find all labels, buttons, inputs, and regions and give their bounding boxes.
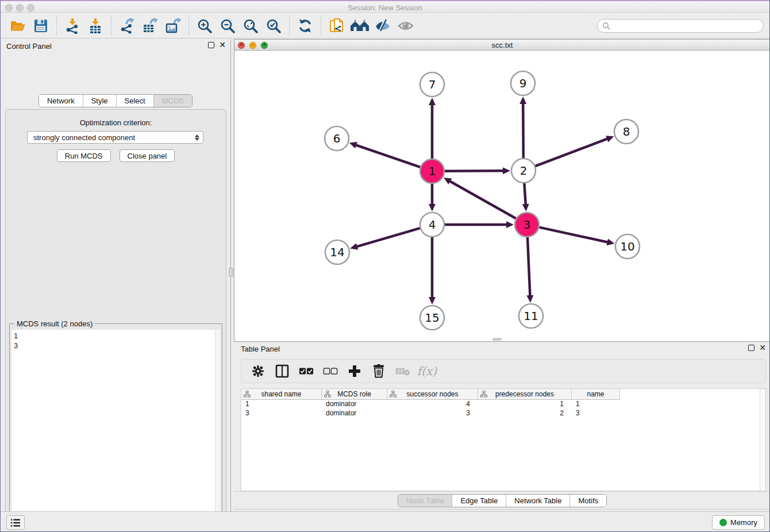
tab-style[interactable]: Style [83,95,117,107]
search-field[interactable] [597,19,764,33]
cell-name[interactable]: 1 [572,400,620,409]
close-panel-icon[interactable]: ✕ [219,42,226,48]
edge-3-10[interactable] [539,228,609,243]
tab-mcds[interactable]: MCDS [154,95,192,107]
add-column-icon[interactable] [347,364,362,379]
import-network-icon[interactable] [63,16,82,36]
run-mcds-button[interactable]: Run MCDS [57,149,111,162]
arrowhead-1-4 [429,204,436,211]
node-label-8: 8 [623,125,630,138]
tab-select[interactable]: Select [117,95,154,107]
optimization-criterion-select[interactable]: strongly connected component [27,131,203,144]
edge-4-14[interactable] [355,228,420,247]
column-header-shared-name[interactable]: shared name [241,389,322,400]
cell-MCDS-role[interactable]: dominator [322,400,387,409]
home-icon[interactable] [350,16,369,36]
zoom-out-icon[interactable] [218,16,237,36]
toolbar-separator [321,16,321,36]
select-all-checkboxes-icon[interactable] [299,364,314,379]
arrowhead-4-3 [506,221,514,228]
cell-shared-name[interactable]: 3 [241,409,322,418]
table-float-icon[interactable] [748,345,754,351]
toolbar-separator [56,16,57,36]
main-toolbar [1,13,769,38]
cell-predecessor-nodes[interactable]: 1 [478,400,572,409]
edge-2-3[interactable] [524,183,526,206]
table-panel-title: Table Panel [241,345,280,353]
duplicate-network-icon[interactable] [327,16,346,36]
memory-button[interactable]: Memory [712,515,765,530]
save-session-icon[interactable] [31,16,51,36]
cell-successor-nodes[interactable]: 4 [387,400,478,409]
arrowhead-3-10 [607,238,615,245]
hide-selected-icon[interactable] [373,16,392,36]
cell-MCDS-role[interactable]: dominator [322,409,387,418]
network-canvas[interactable]: 7968124314101511 [234,51,770,341]
cell-predecessor-nodes[interactable]: 2 [478,409,572,418]
canvas-hscroll-thumb[interactable] [492,338,502,341]
mcds-result-box: MCDS result (2 nodes) 1 3 [9,323,222,532]
toolbar-separator [111,16,111,36]
application-window: Session: New Session [0,0,770,532]
node-label-4: 4 [429,218,436,232]
delete-column-icon[interactable] [371,364,386,379]
zoom-fit-icon[interactable] [241,16,260,36]
zoom-selected-icon[interactable] [264,16,283,36]
edge-1-6[interactable] [354,144,420,167]
cell-shared-name[interactable]: 1 [241,400,322,409]
table-scrollbar[interactable] [760,389,765,491]
edge-2-9[interactable] [523,102,523,158]
mcds-result-text[interactable]: 1 3 [11,330,220,532]
arrowhead-2-9 [519,97,526,104]
arrowhead-1-6 [349,142,357,148]
zoom-in-icon[interactable] [195,16,214,36]
toolbar-separator [289,16,290,36]
cell-successor-nodes[interactable]: 3 [387,409,478,418]
optimization-criterion-value: strongly connected component [33,133,195,142]
node-label-10: 10 [620,240,634,253]
table-row[interactable]: 3dominator323 [241,409,765,418]
refresh-icon[interactable] [295,16,315,36]
close-panel-button[interactable]: Close panel [120,149,175,162]
node-label-7: 7 [429,78,436,91]
panel-splitter-handle[interactable] [229,268,233,277]
edge-1-2[interactable] [445,171,505,171]
tab-network[interactable]: Network [39,95,83,107]
optimization-criterion-label: Optimization criterion: [6,118,226,127]
cell-name[interactable]: 3 [572,409,620,418]
column-header-name[interactable]: name [572,389,620,400]
export-network-icon[interactable] [117,16,137,36]
node-label-2: 2 [520,164,528,178]
tab-network-table[interactable]: Network Table [506,495,570,507]
open-session-icon[interactable] [8,16,28,36]
export-image-icon[interactable] [163,16,183,36]
network-window-titlebar[interactable]: ✕ − + scc.txt [234,40,770,51]
import-table-icon[interactable] [86,16,105,36]
edge-3-1[interactable] [448,180,516,218]
apply-function-icon: f(x) [419,364,434,379]
float-panel-icon[interactable] [208,42,214,48]
column-header-predecessor-nodes[interactable]: predecessor nodes [478,389,572,400]
edge-3-11[interactable] [528,237,530,298]
result-scrollbar[interactable] [215,330,220,532]
mcds-panel: Optimization criterion: strongly connect… [5,109,226,532]
table-options-icon[interactable] [251,364,265,379]
edge-2-8[interactable] [536,138,610,166]
node-label-6: 6 [333,132,341,145]
tab-motifs[interactable]: Motifs [570,495,606,507]
tab-edge-table[interactable]: Edge Table [452,495,506,507]
column-header-MCDS-role[interactable]: MCDS role [322,389,387,400]
column-selector-icon[interactable] [275,364,290,379]
export-table-icon[interactable] [140,16,160,36]
deselect-all-checkboxes-icon[interactable] [323,364,338,379]
node-label-11: 11 [523,309,538,323]
arrowhead-2-3 [522,204,529,211]
tab-node-table[interactable]: Node Table [398,495,453,507]
column-header-successor-nodes[interactable]: successor nodes [387,389,478,400]
table-row[interactable]: 1dominator411 [241,400,765,409]
search-input[interactable] [613,21,759,30]
show-all-icon[interactable] [396,16,415,36]
task-history-button[interactable] [6,515,25,530]
table-close-icon[interactable]: ✕ [759,345,766,351]
toolbar-separator [188,16,189,36]
